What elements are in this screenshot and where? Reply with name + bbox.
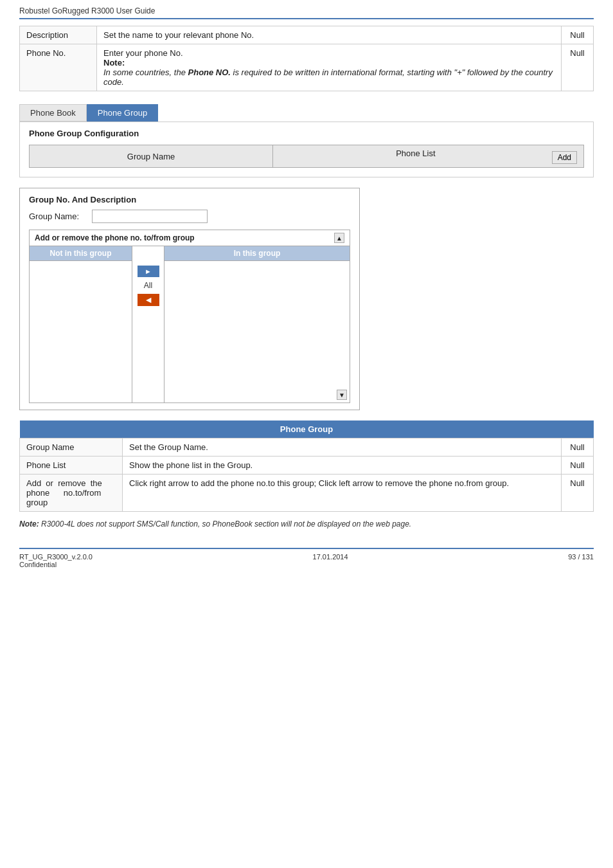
phone-value: Enter your phone No. Note: In some count… (97, 44, 562, 91)
footer-left: RT_UG_R3000_v.2.0.0 Confidential (19, 553, 93, 568)
bottom-table-header-row: Phone Group (20, 420, 594, 439)
add-remove-row-value: Click right arrow to add the phone no.to… (123, 475, 562, 512)
in-group-list: ▼ (164, 261, 350, 402)
table-row: Group Name Set the Group Name. Null (20, 439, 594, 457)
description-table: Description Set the name to your relevan… (19, 26, 594, 91)
group-name-input[interactable] (92, 210, 208, 223)
note-text: Note: R3000-4L does not support SMS/Call… (19, 520, 594, 529)
tab-phone-group[interactable]: Phone Group (87, 104, 158, 122)
desc-value: Set the name to your relevant phone No. (97, 26, 562, 44)
doc-title: Robustel GoRugged R3000 User Guide (19, 6, 594, 19)
footer-confidential: Confidential (19, 561, 93, 568)
add-button[interactable]: Add (552, 151, 577, 164)
arrow-right-button[interactable]: ► (138, 266, 159, 277)
table-row: Add or remove thephone no.to/fromgroup C… (20, 475, 594, 512)
phone-group-config-box: Phone Group Configuration Group Name Pho… (19, 122, 594, 177)
phone-group-bottom-table: Phone Group Group Name Set the Group Nam… (19, 420, 594, 512)
group-name-row-null: Null (562, 439, 594, 457)
table-row: Phone List Show the phone list in the Gr… (20, 457, 594, 475)
col-phone-list: Phone List Add (273, 145, 584, 168)
config-table: Group Name Phone List Add (29, 145, 584, 168)
in-group-header: In this group (164, 246, 350, 261)
col-group-name: Group Name (30, 145, 273, 168)
group-desc-box: Group No. And Description Group Name: Ad… (19, 188, 360, 410)
add-remove-title: Add or remove the phone no. to/from grou… (35, 233, 195, 242)
config-box-title: Phone Group Configuration (29, 129, 584, 138)
desc-label: Description (20, 26, 97, 44)
not-in-group-list (30, 261, 132, 402)
phone-group-area: Add or remove the phone no. to/from grou… (29, 230, 350, 403)
scroll-up-button[interactable]: ▲ (334, 233, 344, 243)
arrow-left-button[interactable]: ◀ (138, 294, 159, 306)
bottom-table-header: Phone Group (20, 420, 594, 439)
arrow-col: ► All ◀ (132, 246, 164, 402)
phone-list-row-label: Phone List (20, 457, 123, 475)
phone-list-row-value: Show the phone list in the Group. (123, 457, 562, 475)
group-name-row-value: Set the Group Name. (123, 439, 562, 457)
all-label: All (144, 281, 152, 290)
desc-null: Null (562, 26, 594, 44)
config-table-header-row: Group Name Phone List Add (30, 145, 584, 168)
group-name-label: Group Name: (29, 212, 87, 221)
phone-group-header: Add or remove the phone no. to/from grou… (30, 230, 350, 246)
phone-group-columns: Not in this group ► All ◀ In this group … (30, 246, 350, 402)
footer-version: RT_UG_R3000_v.2.0.0 (19, 553, 93, 561)
phone-label: Phone No. (20, 44, 97, 91)
not-in-group-col: Not in this group (30, 246, 132, 402)
tabs-row: Phone Book Phone Group (19, 104, 594, 122)
tab-phone-book[interactable]: Phone Book (19, 104, 87, 122)
page-footer: RT_UG_R3000_v.2.0.0 Confidential 17.01.2… (19, 548, 594, 568)
phone-list-row-null: Null (562, 457, 594, 475)
group-name-row: Group Name: (29, 210, 350, 223)
group-desc-title: Group No. And Description (29, 195, 350, 204)
footer-date: 17.01.2014 (313, 553, 348, 568)
in-group-col: In this group ▼ (164, 246, 350, 402)
table-row: Description Set the name to your relevan… (20, 26, 594, 44)
phone-null: Null (562, 44, 594, 91)
phone-list-label: Phone List (396, 149, 435, 158)
table-row: Phone No. Enter your phone No. Note: In … (20, 44, 594, 91)
add-remove-row-label: Add or remove thephone no.to/fromgroup (20, 475, 123, 512)
footer-page: 93 / 131 (568, 553, 594, 568)
not-in-group-header: Not in this group (30, 246, 132, 261)
scroll-down-button[interactable]: ▼ (337, 390, 347, 400)
add-remove-row-null: Null (562, 475, 594, 512)
group-name-row-label: Group Name (20, 439, 123, 457)
